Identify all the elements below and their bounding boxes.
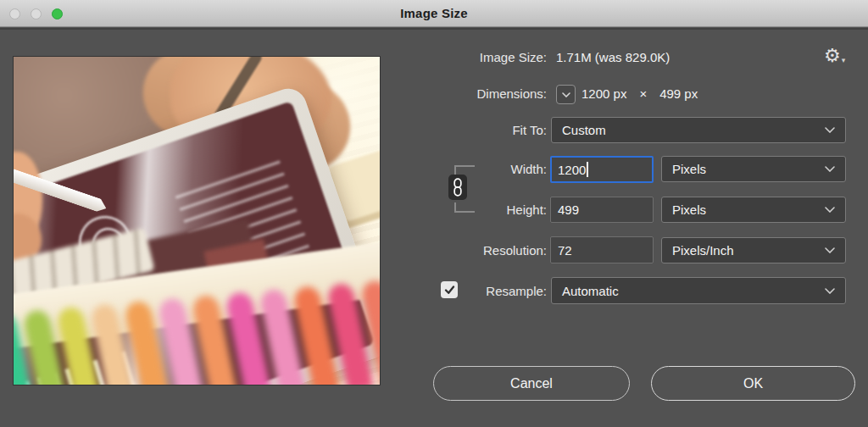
image-preview[interactable] <box>14 57 380 385</box>
chevron-down-icon <box>825 166 835 172</box>
resolution-value: 72 <box>558 243 572 258</box>
width-unit-value: Pixels <box>672 162 706 176</box>
dimensions-label: Dimensions: <box>398 86 547 101</box>
fit-to-value: Custom <box>562 123 606 137</box>
chevron-down-icon <box>825 288 835 294</box>
height-value: 499 <box>558 202 579 217</box>
dimensions-value: 1200 px × 499 px <box>581 86 698 101</box>
text-caret <box>587 162 588 177</box>
constrain-proportions-toggle[interactable] <box>448 175 467 200</box>
chevron-down-icon <box>825 247 835 253</box>
resample-select[interactable]: Automatic <box>551 277 846 304</box>
dimensions-times: × <box>639 86 647 101</box>
chevron-down-icon <box>562 92 570 97</box>
width-label: Width: <box>398 162 547 176</box>
resolution-input[interactable]: 72 <box>550 236 654 263</box>
fit-to-label: Fit To: <box>398 123 547 137</box>
cancel-button[interactable]: Cancel <box>433 366 630 401</box>
resample-label: Resample: <box>398 284 547 298</box>
chevron-down-icon <box>825 207 835 213</box>
image-size-value: 1.71M (was 829.0K) <box>556 50 670 64</box>
title-bar: Image Size <box>0 0 868 27</box>
gear-caret-icon: ▾ <box>842 48 846 72</box>
zoom-button[interactable] <box>52 8 63 19</box>
minimize-button[interactable] <box>31 8 42 19</box>
ok-button[interactable]: OK <box>651 366 855 401</box>
height-label: Height: <box>398 202 547 217</box>
width-value: 1200 <box>558 163 586 177</box>
height-unit-select[interactable]: Pixels <box>661 197 846 223</box>
width-unit-select[interactable]: Pixels <box>661 156 846 182</box>
titlebar-divider <box>0 28 868 30</box>
dimensions-height: 499 px <box>659 86 698 101</box>
image-size-label: Image Size: <box>398 50 547 64</box>
height-input[interactable]: 499 <box>550 197 654 223</box>
close-button[interactable] <box>9 8 20 19</box>
options-gear-button[interactable]: ⚙▾ <box>824 44 853 68</box>
resolution-label: Resolution: <box>398 243 547 258</box>
fit-to-select[interactable]: Custom <box>551 117 846 143</box>
chevron-down-icon <box>825 127 835 133</box>
width-input[interactable]: 1200 <box>550 156 654 183</box>
traffic-lights <box>0 0 63 27</box>
resolution-unit-value: Pixels/Inch <box>672 243 734 258</box>
dimensions-unit-dropdown[interactable] <box>556 85 576 104</box>
resolution-unit-select[interactable]: Pixels/Inch <box>661 237 846 263</box>
height-unit-value: Pixels <box>672 202 706 217</box>
resample-value: Automatic <box>562 284 619 298</box>
chain-link-icon <box>453 178 463 197</box>
dimensions-width: 1200 px <box>581 86 626 101</box>
window-title: Image Size <box>400 6 468 20</box>
gear-icon: ⚙ <box>824 44 841 68</box>
